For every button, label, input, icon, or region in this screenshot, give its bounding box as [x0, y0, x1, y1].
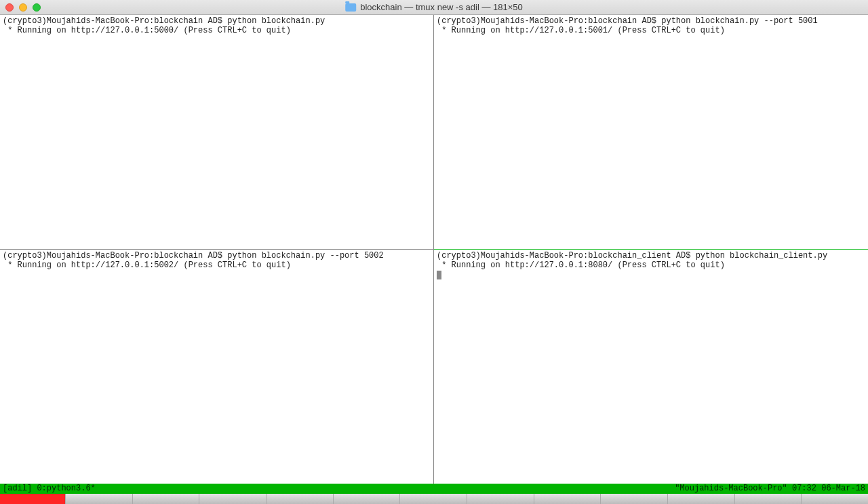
dock-strip	[0, 494, 868, 504]
traffic-lights	[5, 3, 41, 12]
dock-segment	[333, 494, 400, 504]
minimize-icon[interactable]	[19, 3, 27, 12]
window-title-text: blockchain — tmux new -s adil — 181×50	[360, 2, 523, 12]
pane-top-right[interactable]: (crypto3)Moujahids-MacBook-Pro:blockchai…	[434, 15, 868, 250]
tmux-grid: (crypto3)Moujahids-MacBook-Pro:blockchai…	[0, 15, 868, 484]
window-title: blockchain — tmux new -s adil — 181×50	[345, 2, 523, 12]
pane-bottom-right[interactable]: (crypto3)Moujahids-MacBook-Pro:blockchai…	[434, 249, 868, 484]
window-titlebar: blockchain — tmux new -s adil — 181×50	[0, 0, 868, 15]
dock-segment	[467, 494, 534, 504]
dock-segment	[734, 494, 802, 504]
status-left: [adil] 0:python3.6*	[3, 484, 96, 494]
dock-segment	[199, 494, 266, 504]
dock-segment	[132, 494, 199, 504]
terminal-line: * Running on http://127.0.0.1:8080/ (Pre…	[437, 260, 725, 270]
dock-segment	[534, 494, 601, 504]
dock-segment	[801, 494, 868, 504]
terminal-line: * Running on http://127.0.0.1:5001/ (Pre…	[437, 26, 725, 35]
terminal-line: * Running on http://127.0.0.1:5002/ (Pre…	[3, 260, 291, 270]
pane-bottom-left[interactable]: (crypto3)Moujahids-MacBook-Pro:blockchai…	[0, 250, 434, 484]
terminal-line: (crypto3)Moujahids-MacBook-Pro:blockchai…	[437, 16, 818, 26]
zoom-icon[interactable]	[33, 3, 41, 12]
tmux-statusbar: [adil] 0:python3.6* "Moujahids-MacBook-P…	[0, 484, 868, 494]
dock-segment	[65, 494, 132, 504]
status-right: "Moujahids-MacBook-Pro" 07:32 06-Mar-18	[675, 484, 865, 494]
terminal-line: (crypto3)Moujahids-MacBook-Pro:blockchai…	[437, 251, 827, 260]
dock-running-indicator	[0, 494, 65, 504]
close-icon[interactable]	[5, 3, 14, 12]
terminal-line: * Running on http://127.0.0.1:5000/ (Pre…	[3, 26, 291, 35]
cursor-icon	[437, 271, 441, 279]
terminal-line: (crypto3)Moujahids-MacBook-Pro:blockchai…	[3, 16, 325, 26]
dock-segment	[399, 494, 467, 504]
folder-icon	[345, 3, 356, 12]
terminal-line: (crypto3)Moujahids-MacBook-Pro:blockchai…	[3, 251, 384, 260]
dock-segment	[667, 494, 734, 504]
dock-segment	[266, 494, 333, 504]
pane-top-left[interactable]: (crypto3)Moujahids-MacBook-Pro:blockchai…	[0, 15, 434, 250]
dock-segment	[600, 494, 667, 504]
